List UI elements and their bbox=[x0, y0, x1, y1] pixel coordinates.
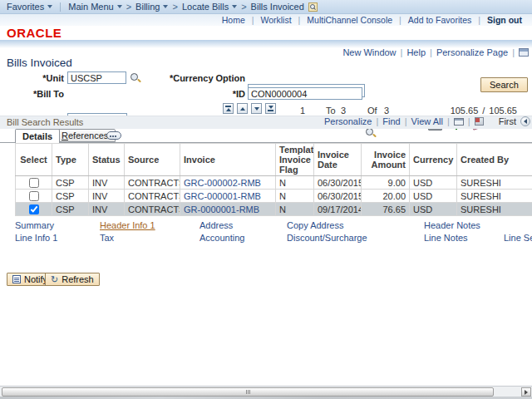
breadcrumb-divider bbox=[60, 2, 61, 12]
home-link[interactable]: Home bbox=[222, 15, 245, 25]
breadcrumb: Favorites Main Menu > Billing > Locate B… bbox=[0, 0, 532, 14]
line-notes-link[interactable]: Line Notes bbox=[424, 233, 468, 243]
multichannel-console-link[interactable]: MultiChannel Console bbox=[307, 15, 392, 25]
breadcrumb-main-menu-label: Main Menu bbox=[68, 2, 113, 12]
col-header-invoice: Invoice bbox=[180, 144, 276, 176]
cell-currency: USD bbox=[410, 190, 457, 203]
unit-input[interactable] bbox=[67, 71, 126, 84]
worklist-link[interactable]: Worklist bbox=[260, 15, 291, 25]
scroll-to-bottom-icon[interactable] bbox=[265, 103, 276, 114]
header-info-1-link[interactable]: Header Info 1 bbox=[100, 220, 155, 230]
col-header-created-by: Created By bbox=[457, 144, 532, 176]
cell-created-by: SURESHI bbox=[457, 176, 532, 190]
row-select-checkbox[interactable] bbox=[29, 191, 39, 201]
search-button[interactable]: Search bbox=[480, 77, 528, 92]
line-info-1-link[interactable]: Line Info 1 bbox=[15, 233, 57, 243]
breadcrumb-item-bills-invoiced[interactable]: Bills Invoiced bbox=[251, 2, 304, 12]
refresh-button[interactable]: ↻ Refresh bbox=[45, 273, 100, 286]
chevron-down-icon bbox=[117, 5, 122, 8]
amount-total-value: 105.65 bbox=[489, 106, 517, 116]
header-notes-link[interactable]: Header Notes bbox=[424, 220, 480, 230]
invoice-link[interactable]: GRC-000001-RMB bbox=[184, 191, 261, 201]
page-layout-icon[interactable] bbox=[519, 48, 529, 57]
cell-amount: 76.65 bbox=[362, 203, 410, 216]
breadcrumb-main-menu[interactable]: Main Menu bbox=[68, 2, 121, 12]
separator: | bbox=[430, 47, 432, 57]
id-label: *ID bbox=[125, 89, 245, 99]
breadcrumb-favorites-label: Favorites bbox=[7, 2, 44, 12]
col-header-invoice-date: Invoice Date bbox=[314, 144, 362, 176]
separator: | bbox=[447, 116, 450, 126]
address-link[interactable]: Address bbox=[200, 220, 233, 230]
tax-link[interactable]: Tax bbox=[100, 233, 114, 243]
breadcrumb-item-label: Billing bbox=[135, 2, 160, 12]
cell-invoice-date: 06/30/2015 bbox=[314, 176, 362, 190]
chevron-down-icon bbox=[47, 5, 52, 8]
discount-surcharge-link[interactable]: Discount/Surcharge bbox=[287, 233, 367, 243]
separator: / bbox=[482, 106, 485, 116]
help-link[interactable]: Help bbox=[406, 47, 426, 57]
col-header-status: Status bbox=[89, 144, 125, 176]
chevron-down-icon bbox=[163, 5, 168, 8]
row-select-checkbox[interactable] bbox=[29, 178, 39, 188]
results-controls: Personalize | Find | View All | | First … bbox=[324, 116, 532, 126]
cell-status: INV bbox=[89, 176, 125, 190]
breadcrumb-favorites[interactable]: Favorites bbox=[7, 2, 52, 12]
page-title: Bills Invoiced bbox=[7, 57, 72, 69]
find-link[interactable]: Find bbox=[382, 116, 400, 126]
id-lookup-icon[interactable] bbox=[366, 128, 377, 139]
breadcrumb-item-locate-bills[interactable]: Locate Bills bbox=[182, 2, 237, 12]
breadcrumb-item-billing[interactable]: Billing bbox=[135, 2, 168, 12]
cell-amount: 9.00 bbox=[362, 176, 410, 190]
pagebar: New Window | Help | Personalize Page | bbox=[342, 47, 529, 57]
popup-window-icon[interactable] bbox=[454, 118, 464, 126]
cell-created-by: SURESHI bbox=[457, 190, 532, 203]
col-header-type: Type bbox=[52, 144, 89, 176]
scroll-down-icon[interactable] bbox=[251, 103, 262, 114]
show-tabs-icon[interactable] bbox=[106, 131, 121, 140]
table-row: CSP INV CONTRACTS GRC-000001-RMB N 06/30… bbox=[16, 190, 532, 203]
amount-shown-value: 105.65 bbox=[451, 106, 479, 116]
invoice-link[interactable]: GR-0000001-RMB bbox=[184, 204, 259, 214]
cell-status: INV bbox=[89, 203, 125, 216]
scrollbar-thumb[interactable] bbox=[2, 387, 494, 397]
table-row: CSP INV CONTRACTS GR-0000001-RMB N 09/17… bbox=[16, 203, 532, 216]
new-window-link[interactable]: New Window bbox=[342, 47, 396, 57]
invoice-link[interactable]: GRC-000002-RMB bbox=[184, 178, 261, 188]
sign-out-link[interactable]: Sign out bbox=[487, 15, 522, 25]
download-to-excel-icon[interactable] bbox=[475, 117, 484, 126]
scroll-up-icon[interactable] bbox=[237, 103, 248, 114]
row-of-value: 3 bbox=[384, 106, 389, 116]
row-select-checkbox[interactable] bbox=[29, 204, 39, 214]
col-header-source: Source bbox=[125, 144, 180, 176]
tab-details[interactable]: Details bbox=[15, 129, 60, 143]
scroll-to-top-icon[interactable] bbox=[223, 103, 234, 114]
accounting-link[interactable]: Accounting bbox=[200, 233, 244, 243]
pager-previous-icon[interactable] bbox=[520, 116, 530, 126]
copy-address-link[interactable]: Copy Address bbox=[287, 220, 343, 230]
notify-button-label: Notify bbox=[24, 274, 47, 284]
separator: | bbox=[252, 15, 254, 25]
breadcrumb-search-icon[interactable] bbox=[308, 2, 318, 12]
view-all-link[interactable]: View All bbox=[411, 116, 443, 126]
personalize-page-link[interactable]: Personalize Page bbox=[436, 47, 508, 57]
add-to-favorites-link[interactable]: Add to Favorites bbox=[408, 15, 471, 25]
top-nav: Home | Worklist | MultiChannel Console |… bbox=[0, 14, 532, 26]
col-header-select: Select bbox=[16, 144, 52, 176]
col-header-template-invoice-flag: Template Invoice Flag bbox=[276, 144, 314, 176]
tab-details-label: Details bbox=[22, 131, 52, 141]
cell-template-flag: N bbox=[276, 203, 314, 216]
scrollbar-right-arrow[interactable] bbox=[521, 387, 531, 397]
separator: | bbox=[478, 15, 480, 25]
separator: | bbox=[401, 47, 403, 57]
personalize-link[interactable]: Personalize bbox=[324, 116, 372, 126]
id-input[interactable] bbox=[248, 87, 362, 100]
horizontal-scrollbar[interactable] bbox=[0, 386, 532, 397]
cell-type: CSP bbox=[52, 203, 89, 216]
separator: | bbox=[468, 116, 470, 126]
separator: | bbox=[298, 15, 301, 25]
summary-link[interactable]: Summary bbox=[15, 220, 54, 230]
bill-to-label: *Bill To bbox=[0, 89, 64, 99]
line-search-link[interactable]: Line Search bbox=[504, 233, 532, 243]
bill-search-results-grid: Select Type Status Source Invoice Templa… bbox=[15, 143, 532, 216]
